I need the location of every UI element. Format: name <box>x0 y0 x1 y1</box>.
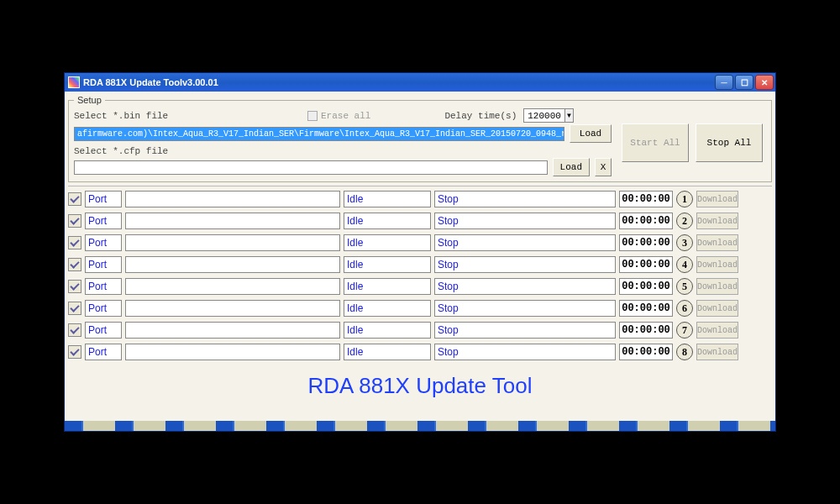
port-status: Idle <box>344 278 431 295</box>
port-timer: 00:00:00 <box>619 344 673 360</box>
app-icon <box>68 76 80 88</box>
port-timer: 00:00:00 <box>619 300 673 317</box>
cfp-file-label: Select *.cfp file <box>74 146 183 156</box>
cfp-path-field[interactable] <box>74 160 548 175</box>
port-row: Port Idle Stop 00:00:00 4 Download <box>68 255 772 274</box>
app-window: RDA 881X Update Toolv3.00.01 ─ ☐ ✕ Setup… <box>64 72 776 432</box>
check-icon <box>70 281 79 290</box>
delay-label: Delay time(s) <box>444 111 517 121</box>
banner-text: RDA 881X Update Tool <box>68 361 772 417</box>
check-icon <box>70 215 79 224</box>
bin-path-field[interactable]: afirmware.com)\Intex_Aqua_R3_V17_Indian_… <box>74 127 564 141</box>
port-checkbox[interactable] <box>68 302 81 315</box>
port-name[interactable]: Port <box>85 234 122 251</box>
port-stop-status: Stop <box>434 300 616 317</box>
port-timer: 00:00:00 <box>619 322 673 339</box>
load-cfp-button[interactable]: Load <box>553 158 590 176</box>
port-number-button[interactable]: 1 <box>676 191 693 207</box>
check-icon <box>70 302 79 312</box>
port-stop-status: Stop <box>434 322 616 339</box>
port-stop-status: Stop <box>434 213 616 229</box>
port-timer: 00:00:00 <box>619 256 673 273</box>
port-device-field[interactable] <box>125 256 340 273</box>
port-stop-status: Stop <box>434 256 616 273</box>
clear-cfp-button[interactable]: X <box>595 158 612 176</box>
port-checkbox[interactable] <box>68 323 81 337</box>
port-device-field[interactable] <box>125 278 340 295</box>
port-device-field[interactable] <box>125 300 340 317</box>
erase-all-label: Erase all <box>321 111 370 121</box>
port-name[interactable]: Port <box>85 278 122 295</box>
client-area: Setup Select *.bin file Erase all Delay … <box>65 92 775 421</box>
download-button[interactable]: Download <box>696 322 738 339</box>
port-stop-status: Stop <box>434 344 616 360</box>
port-name[interactable]: Port <box>85 300 122 317</box>
port-timer: 00:00:00 <box>619 191 673 207</box>
port-status: Idle <box>344 191 431 207</box>
port-name[interactable]: Port <box>85 213 122 229</box>
port-checkbox[interactable] <box>68 236 81 249</box>
port-timer: 00:00:00 <box>619 234 673 251</box>
window-controls: ─ ☐ ✕ <box>715 75 774 90</box>
download-button[interactable]: Download <box>696 213 738 229</box>
minimize-button[interactable]: ─ <box>715 75 733 90</box>
port-device-field[interactable] <box>125 322 340 339</box>
port-stop-status: Stop <box>434 278 616 295</box>
port-checkbox[interactable] <box>68 345 81 359</box>
check-icon <box>70 237 79 246</box>
download-button[interactable]: Download <box>696 234 738 251</box>
stop-all-button[interactable]: Stop All <box>696 123 763 162</box>
port-checkbox[interactable] <box>68 214 81 228</box>
titlebar[interactable]: RDA 881X Update Toolv3.00.01 ─ ☐ ✕ <box>65 73 775 92</box>
start-all-button[interactable]: Start All <box>622 123 689 162</box>
port-number-button[interactable]: 8 <box>676 344 693 360</box>
port-number-button[interactable]: 2 <box>676 213 693 229</box>
port-row: Port Idle Stop 00:00:00 8 Download <box>68 343 772 361</box>
divider <box>68 186 772 186</box>
port-number-button[interactable]: 5 <box>676 278 693 295</box>
port-status: Idle <box>344 300 431 317</box>
maximize-button[interactable]: ☐ <box>735 75 753 90</box>
bin-file-label: Select *.bin file <box>74 111 183 121</box>
port-number-button[interactable]: 3 <box>676 234 693 251</box>
port-checkbox[interactable] <box>68 280 81 293</box>
port-row: Port Idle Stop 00:00:00 6 Download <box>68 299 772 318</box>
taskbar-strip <box>65 421 775 431</box>
load-bin-button[interactable]: Load <box>570 124 612 143</box>
port-stop-status: Stop <box>434 234 616 251</box>
port-row: Port Idle Stop 00:00:00 5 Download <box>68 277 772 296</box>
check-icon <box>70 324 79 333</box>
port-checkbox[interactable] <box>68 192 81 206</box>
download-button[interactable]: Download <box>696 191 738 207</box>
erase-all-checkbox[interactable] <box>307 111 318 121</box>
port-row: Port Idle Stop 00:00:00 7 Download <box>68 321 772 339</box>
delay-value: 120000 <box>524 111 564 121</box>
port-device-field[interactable] <box>125 234 340 251</box>
window-title: RDA 881X Update Toolv3.00.01 <box>83 77 715 87</box>
download-button[interactable]: Download <box>696 300 738 317</box>
port-number-button[interactable]: 6 <box>676 300 693 317</box>
setup-legend: Setup <box>74 95 105 105</box>
check-icon <box>70 193 79 202</box>
download-button[interactable]: Download <box>696 344 738 360</box>
port-device-field[interactable] <box>125 344 340 360</box>
port-checkbox[interactable] <box>68 258 81 271</box>
download-button[interactable]: Download <box>696 278 738 295</box>
port-device-field[interactable] <box>125 213 340 229</box>
port-timer: 00:00:00 <box>619 278 673 295</box>
delay-select[interactable]: 120000 ▼ <box>523 108 574 123</box>
port-status: Idle <box>344 213 431 229</box>
port-list: Port Idle Stop 00:00:00 1 Download Port … <box>68 190 772 361</box>
port-row: Port Idle Stop 00:00:00 2 Download <box>68 212 772 230</box>
port-device-field[interactable] <box>125 191 340 207</box>
port-name[interactable]: Port <box>85 256 122 273</box>
port-name[interactable]: Port <box>85 344 122 360</box>
port-number-button[interactable]: 7 <box>676 322 693 339</box>
close-button[interactable]: ✕ <box>755 75 774 90</box>
port-number-button[interactable]: 4 <box>676 256 693 273</box>
download-button[interactable]: Download <box>696 256 738 273</box>
port-row: Port Idle Stop 00:00:00 1 Download <box>68 190 772 208</box>
port-name[interactable]: Port <box>85 191 122 207</box>
chevron-down-icon[interactable]: ▼ <box>564 109 573 122</box>
port-name[interactable]: Port <box>85 322 122 339</box>
